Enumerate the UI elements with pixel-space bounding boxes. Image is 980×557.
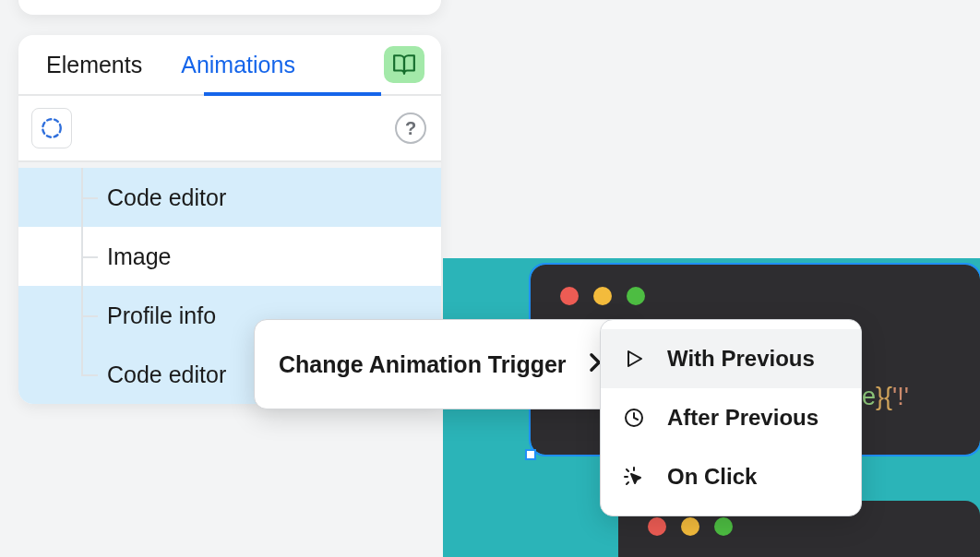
traffic-zoom-icon [714,517,733,536]
panel-toolbar: ? [18,96,441,162]
menu-change-animation-trigger[interactable]: Change Animation Trigger [262,327,622,401]
traffic-close-icon [560,287,579,305]
tab-animations[interactable]: Animations [181,52,295,78]
tree-line [81,197,98,199]
tree-line [81,374,98,376]
code-snippet: e}{'!' [862,382,909,411]
panel-tabs: Elements Animations [18,35,441,96]
help-button[interactable]: ? [395,113,426,144]
trigger-option-after-previous[interactable]: After Previous [601,388,861,447]
window-traffic-lights [531,265,980,305]
docs-button[interactable] [384,46,424,83]
svg-point-0 [42,119,61,137]
svg-marker-1 [628,351,641,366]
trigger-option-on-click[interactable]: On Click [601,447,861,506]
anim-item-label: Code editor [107,361,226,388]
selection-handle[interactable] [525,449,536,460]
trigger-submenu: With Previous After Previous On Click [600,319,862,516]
book-open-icon [392,53,416,77]
svg-line-6 [627,482,628,484]
trigger-option-label: After Previous [667,405,819,431]
tree-line [81,315,98,317]
context-menu: Change Animation Trigger [254,319,630,409]
menu-item-label: Change Animation Trigger [279,351,567,378]
code-string: '!' [892,383,909,410]
trigger-option-label: On Click [667,464,757,490]
dashed-circle-icon [40,116,64,140]
blank-animation-button[interactable] [31,108,72,148]
tree-line [81,345,83,374]
traffic-minimize-icon [593,287,612,305]
code-ident: e [862,383,876,410]
trigger-option-with-previous[interactable]: With Previous [601,329,861,388]
anim-item-label: Image [107,243,171,270]
anim-item-image[interactable]: Image [18,227,441,286]
question-mark-icon: ? [405,118,416,139]
traffic-minimize-icon [681,517,699,536]
code-brace: }{ [876,383,892,410]
anim-item-code-editor-1[interactable]: Code editor [18,168,441,227]
traffic-zoom-icon [627,287,645,305]
panel-above [18,0,441,15]
traffic-close-icon [648,517,666,536]
tab-underline [204,92,381,96]
click-icon [621,466,647,488]
play-icon [621,348,647,370]
svg-line-3 [627,469,628,471]
trigger-option-label: With Previous [667,346,815,372]
tab-elements[interactable]: Elements [46,52,142,78]
clock-icon [621,407,647,429]
anim-item-label: Code editor [107,184,226,211]
anim-item-label: Profile info [107,302,216,329]
tree-line [81,256,98,258]
